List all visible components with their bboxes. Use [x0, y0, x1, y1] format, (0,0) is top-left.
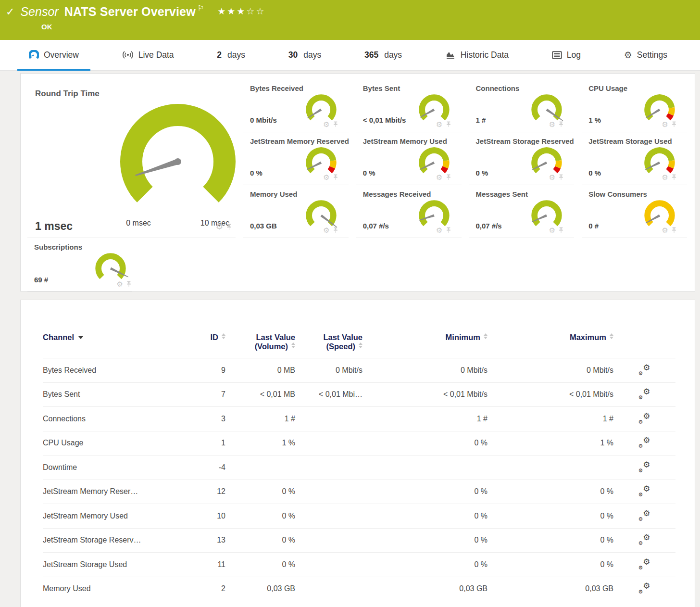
gear-icon: ⚙: [624, 51, 632, 60]
gauge-title: CPU Usage: [588, 84, 627, 92]
gauge-settings-gear-icon[interactable]: ⚙: [662, 174, 668, 181]
gauge-settings-gear-icon[interactable]: ⚙: [117, 280, 123, 288]
tab-30-days[interactable]: 30 days: [277, 40, 333, 70]
channel-row-jetstream-storage-reserv-[interactable]: JetStream Storage Reserv…130 %0 %0 %⚙⚙: [43, 529, 675, 553]
channel-row-connections[interactable]: Connections31 #1 #1 #⚙⚙: [43, 407, 675, 431]
tab-settings[interactable]: ⚙ Settings: [612, 40, 679, 70]
channel-settings-gear-icon[interactable]: ⚙⚙: [639, 558, 650, 569]
cell-max: 0 %: [488, 512, 613, 520]
column-header-maximum[interactable]: Maximum: [488, 333, 613, 342]
channel-row-jetstream-memory-used[interactable]: JetStream Memory Used100 %0 %0 %⚙⚙: [43, 504, 675, 529]
channel-row-downtime[interactable]: Downtime-4⚙⚙: [43, 455, 675, 480]
channel-settings-gear-icon[interactable]: ⚙⚙: [639, 437, 650, 447]
pin-icon[interactable]: [446, 227, 451, 233]
pin-icon[interactable]: [126, 281, 131, 287]
tab-overview[interactable]: Overview: [17, 40, 90, 70]
gauge-settings-gear-icon[interactable]: ⚙: [662, 121, 668, 128]
channel-row-memory-used[interactable]: Memory Used20,03 GB0,03 GB0,03 GB⚙⚙: [43, 577, 675, 602]
cell-ch: Bytes Sent: [43, 390, 182, 399]
channel-settings-gear-icon[interactable]: ⚙⚙: [639, 461, 650, 472]
tab-365-days[interactable]: 365 days: [353, 40, 413, 70]
sort-icon: [484, 333, 488, 339]
gauge-value: 0,07 #/s: [363, 222, 389, 230]
channel-settings-gear-icon[interactable]: ⚙⚙: [639, 510, 650, 520]
gauge-title: Round Trip Time: [35, 89, 100, 99]
pin-icon[interactable]: [333, 227, 338, 233]
channel-row-jetstream-storage-used[interactable]: JetStream Storage Used110 %0 %0 %⚙⚙: [43, 553, 675, 577]
gauge-settings-gear-icon[interactable]: ⚙: [662, 227, 668, 234]
gauge-settings-gear-icon[interactable]: ⚙: [549, 174, 555, 181]
pin-icon[interactable]: [333, 174, 338, 180]
cell-min: 0 %: [362, 512, 488, 520]
pin-icon[interactable]: [446, 121, 451, 127]
column-header-id[interactable]: ID: [182, 333, 225, 342]
gauge-value: 0,03 GB: [250, 222, 277, 230]
cell-lv: 1 %: [225, 439, 295, 447]
tab-2-days[interactable]: 2 days: [205, 40, 257, 70]
cell-max: 0 %: [488, 487, 613, 496]
gauge-value: 0 #: [588, 222, 599, 230]
channel-settings-gear-icon[interactable]: ⚙⚙: [639, 582, 650, 593]
tab-live-data[interactable]: Live Data: [111, 40, 186, 70]
cell-lv: < 0,01 MB: [225, 390, 295, 399]
gauge-title: Connections: [476, 84, 520, 92]
gauge-title: Slow Consumers: [588, 190, 647, 198]
column-header-last-speed[interactable]: Last Value (Speed): [295, 333, 362, 351]
channel-settings-gear-icon[interactable]: ⚙⚙: [639, 534, 650, 544]
pin-icon[interactable]: [333, 121, 338, 127]
pin-icon[interactable]: [446, 174, 451, 180]
gauge-value: 1 %: [588, 116, 601, 124]
channel-settings-gear-icon[interactable]: ⚙⚙: [639, 485, 650, 496]
gauge-settings-gear-icon[interactable]: ⚙: [436, 227, 442, 234]
tab-log[interactable]: Log: [540, 40, 592, 70]
channel-settings-gear-icon[interactable]: ⚙⚙: [639, 364, 650, 375]
gauge-panel-bytes-received: Bytes Received0 Mbit/s⚙: [243, 79, 349, 132]
cell-max: 1 %: [488, 439, 613, 447]
pin-icon[interactable]: [559, 174, 563, 180]
pin-icon[interactable]: [672, 174, 676, 180]
gauge-value: < 0,01 Mbit/s: [363, 116, 406, 124]
flag-icon[interactable]: ⚐: [198, 4, 204, 13]
gauge-settings-gear-icon[interactable]: ⚙: [323, 174, 329, 181]
channel-settings-gear-icon[interactable]: ⚙⚙: [639, 388, 650, 399]
pin-icon[interactable]: [559, 121, 563, 127]
gauge-settings-gear-icon[interactable]: ⚙: [323, 121, 329, 128]
gauge-panel-jetstream-memory-reserved: JetStream Memory Reserved0 %⚙: [243, 132, 349, 185]
cell-id: 3: [182, 415, 225, 423]
gauge-settings-gear-icon[interactable]: ⚙: [323, 227, 329, 234]
pin-icon[interactable]: [672, 227, 676, 233]
tab-bar: Overview Live Data 2 days 30 days 365 da…: [0, 40, 700, 71]
gauge-value: 0 %: [588, 169, 601, 177]
sort-icon: [359, 342, 362, 348]
tab-historic-data[interactable]: Historic Data: [434, 40, 520, 70]
column-header-channel[interactable]: Channel: [43, 333, 182, 342]
pin-icon[interactable]: [559, 227, 563, 233]
channels-table-panel: Channel ID Last Value (Volume) Last Valu…: [20, 300, 695, 607]
gauge-settings-gear-icon[interactable]: ⚙: [436, 174, 442, 181]
gauge-settings-gear-icon[interactable]: ⚙: [549, 227, 555, 234]
column-header-last-volume[interactable]: Last Value (Volume): [225, 333, 295, 351]
cell-ch: Downtime: [43, 463, 182, 472]
cell-ls: 0 Mbit/s: [295, 366, 362, 375]
channel-row-bytes-received[interactable]: Bytes Received90 MB0 Mbit/s0 Mbit/s0 Mbi…: [43, 358, 675, 383]
gauge-panel-bytes-sent: Bytes Sent< 0,01 Mbit/s⚙: [356, 79, 462, 132]
gauge-settings-gear-icon[interactable]: ⚙: [216, 223, 223, 231]
pin-icon[interactable]: [226, 224, 232, 230]
priority-stars[interactable]: ★★★☆☆: [217, 6, 265, 17]
gauge-title: Memory Used: [250, 190, 297, 198]
channel-row-cpu-usage[interactable]: CPU Usage11 %0 %1 %⚙⚙: [43, 431, 675, 456]
channel-settings-gear-icon[interactable]: ⚙⚙: [639, 413, 650, 423]
column-header-minimum[interactable]: Minimum: [362, 333, 488, 342]
cell-lv: 0 %: [225, 512, 295, 520]
cell-ch: Bytes Received: [43, 366, 182, 375]
pin-icon[interactable]: [672, 121, 676, 127]
gauge-value: 0 %: [250, 169, 262, 177]
gauge-title: Bytes Received: [250, 84, 303, 92]
channel-row-bytes-sent[interactable]: Bytes Sent7< 0,01 MB< 0,01 Mbi…< 0,01 Mb…: [43, 383, 675, 407]
sensor-status-banner: ✓ Sensor NATS Server Overview ⚐ ★★★☆☆ OK: [0, 0, 700, 40]
channel-row-jetstream-memory-reser-[interactable]: JetStream Memory Reser…120 %0 %0 %⚙⚙: [43, 480, 675, 505]
gauge-settings-gear-icon[interactable]: ⚙: [436, 121, 442, 128]
cell-min: < 0,01 Mbit/s: [362, 390, 488, 399]
cell-min: 1 #: [362, 415, 488, 423]
gauge-settings-gear-icon[interactable]: ⚙: [549, 121, 555, 128]
